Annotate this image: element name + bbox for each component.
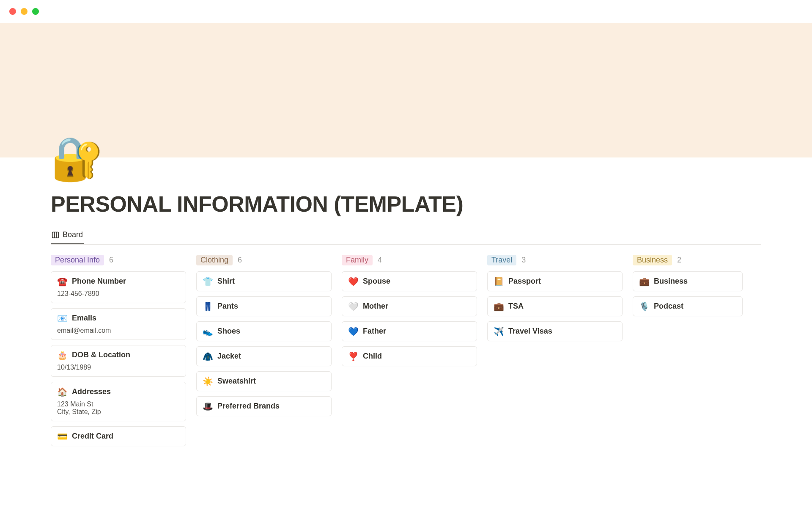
card-emoji-icon: ☎️ — [57, 277, 68, 286]
window-close-button[interactable] — [9, 8, 16, 15]
column-tag: Personal Info — [51, 255, 104, 265]
view-tab-label: Board — [63, 230, 83, 239]
view-tabs: Board — [51, 227, 761, 245]
column-count: 3 — [521, 256, 526, 265]
column-count: 6 — [238, 256, 242, 265]
board-card[interactable]: 💼Business — [633, 271, 743, 291]
card-title: Phone Number — [72, 277, 126, 286]
board-card[interactable]: 👖Pants — [196, 296, 332, 316]
column-tag: Travel — [487, 255, 516, 265]
view-tab-board[interactable]: Board — [51, 227, 84, 244]
card-title: Shoes — [217, 327, 240, 336]
card-title: Passport — [508, 277, 541, 286]
card-title-row: ✈️Travel Visas — [494, 327, 616, 336]
card-title: Jacket — [217, 352, 241, 361]
card-title: Father — [363, 327, 386, 336]
column-header[interactable]: Personal Info6 — [51, 255, 186, 265]
card-title-row: 💳Credit Card — [57, 432, 180, 441]
card-subtext: email@email.com — [57, 327, 180, 334]
card-title: Podcast — [654, 302, 683, 311]
board-card[interactable]: 🎙️Podcast — [633, 296, 743, 316]
card-title: TSA — [508, 302, 524, 311]
card-subtext: 123 Main St City, State, Zip — [57, 400, 180, 416]
card-emoji-icon: ☀️ — [203, 377, 213, 386]
card-title: Mother — [363, 302, 388, 311]
board-card[interactable]: ❤️Spouse — [342, 271, 477, 291]
board-card[interactable]: 💳Credit Card — [51, 426, 186, 446]
column-header[interactable]: Travel3 — [487, 255, 623, 265]
card-title-row: 🎂DOB & Location — [57, 351, 180, 359]
card-title: Preferred Brands — [217, 402, 280, 411]
card-title: DOB & Location — [72, 351, 130, 359]
card-title-row: 🧥Jacket — [203, 352, 325, 361]
board-card[interactable]: ☀️Sweatshirt — [196, 371, 332, 391]
card-emoji-icon: ✈️ — [494, 327, 504, 336]
column-header[interactable]: Business2 — [633, 255, 743, 265]
window-zoom-button[interactable] — [32, 8, 39, 15]
column-tag: Clothing — [196, 255, 233, 265]
card-subtext: 123-456-7890 — [57, 290, 180, 298]
board-card[interactable]: 📔Passport — [487, 271, 623, 291]
card-title-row: 🎩Preferred Brands — [203, 402, 325, 411]
card-title: Spouse — [363, 277, 390, 286]
card-emoji-icon: 📔 — [494, 277, 504, 286]
card-emoji-icon: 🤍 — [348, 302, 359, 311]
card-title: Emails — [72, 314, 96, 323]
card-emoji-icon: 💙 — [348, 327, 359, 336]
card-title: Travel Visas — [508, 327, 552, 336]
board-card[interactable]: 👕Shirt — [196, 271, 332, 291]
board-card[interactable]: 👟Shoes — [196, 321, 332, 341]
card-title-row: 📧Emails — [57, 314, 180, 323]
board-card[interactable]: 🤍Mother — [342, 296, 477, 316]
card-title-row: ❣️Child — [348, 352, 471, 361]
card-title: Pants — [217, 302, 238, 311]
card-title-row: 📔Passport — [494, 277, 616, 286]
board-card[interactable]: 🎂DOB & Location10/13/1989 — [51, 345, 186, 377]
board-card[interactable]: 📧Emailsemail@email.com — [51, 308, 186, 340]
card-title-row: 🎙️Podcast — [639, 302, 736, 311]
svg-rect-0 — [52, 232, 59, 238]
column-tag: Business — [633, 255, 672, 265]
board-column: Business2💼Business🎙️Podcast — [633, 255, 743, 451]
window-titlebar — [0, 0, 812, 23]
card-emoji-icon: 💼 — [639, 277, 650, 286]
board-card[interactable]: ❣️Child — [342, 346, 477, 366]
card-title-row: 👖Pants — [203, 302, 325, 311]
card-title: Sweatshirt — [217, 377, 256, 386]
card-title-row: 🏠Addresses — [57, 387, 180, 396]
column-count: 6 — [109, 256, 113, 265]
board-card[interactable]: 🎩Preferred Brands — [196, 396, 332, 416]
board-card[interactable]: ☎️Phone Number123-456-7890 — [51, 271, 186, 303]
page-title[interactable]: PERSONAL INFORMATION (TEMPLATE) — [51, 191, 812, 217]
page-icon[interactable]: 🔐 — [51, 137, 104, 179]
card-emoji-icon: 💼 — [494, 302, 504, 311]
window-minimize-button[interactable] — [21, 8, 27, 15]
card-emoji-icon: 💳 — [57, 432, 68, 441]
board: Personal Info6☎️Phone Number123-456-7890… — [51, 255, 812, 451]
card-title-row: 💼TSA — [494, 302, 616, 311]
column-header[interactable]: Clothing6 — [196, 255, 332, 265]
board-column: Family4❤️Spouse🤍Mother💙Father❣️Child — [342, 255, 477, 451]
card-title-row: 🤍Mother — [348, 302, 471, 311]
card-title-row: 💼Business — [639, 277, 736, 286]
card-emoji-icon: ❣️ — [348, 352, 359, 361]
board-card[interactable]: 💼TSA — [487, 296, 623, 316]
column-count: 4 — [378, 256, 382, 265]
column-count: 2 — [677, 256, 681, 265]
board-card[interactable]: 🧥Jacket — [196, 346, 332, 366]
card-title-row: ☀️Sweatshirt — [203, 377, 325, 386]
card-title: Credit Card — [72, 432, 113, 441]
board-column: Personal Info6☎️Phone Number123-456-7890… — [51, 255, 186, 451]
board-card[interactable]: 💙Father — [342, 321, 477, 341]
board-card[interactable]: 🏠Addresses123 Main St City, State, Zip — [51, 382, 186, 421]
board-card[interactable]: ✈️Travel Visas — [487, 321, 623, 341]
column-header[interactable]: Family4 — [342, 255, 477, 265]
page-cover: 🔐 — [0, 23, 812, 157]
card-emoji-icon: 🧥 — [203, 352, 213, 361]
card-title-row: ☎️Phone Number — [57, 277, 180, 286]
card-title-row: 💙Father — [348, 327, 471, 336]
card-emoji-icon: 👖 — [203, 302, 213, 311]
card-title-row: 👕Shirt — [203, 277, 325, 286]
card-title-row: 👟Shoes — [203, 327, 325, 336]
card-title: Shirt — [217, 277, 235, 286]
